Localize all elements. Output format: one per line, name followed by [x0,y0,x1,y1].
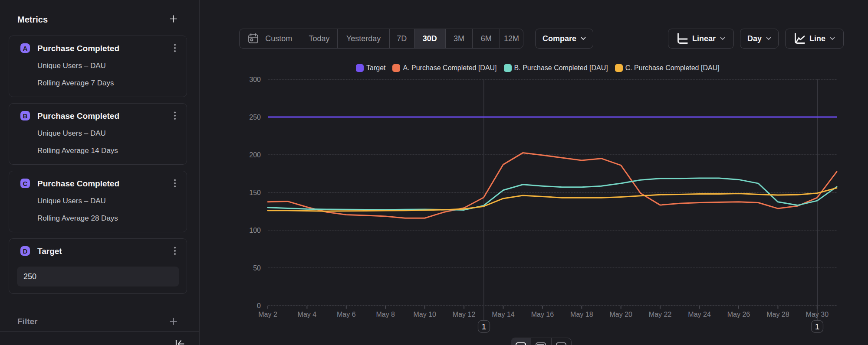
svg-text:250: 250 [249,114,261,121]
svg-text:May 10: May 10 [413,311,436,318]
svg-text:May 8: May 8 [376,311,395,318]
svg-text:May 20: May 20 [609,311,632,318]
svg-text:1: 1 [482,322,487,331]
svg-text:May 2: May 2 [258,311,277,318]
svg-text:200: 200 [249,151,261,159]
svg-text:May 14: May 14 [492,311,515,318]
svg-text:150: 150 [249,189,261,196]
svg-text:May 16: May 16 [531,311,554,318]
svg-text:May 30: May 30 [806,311,829,318]
svg-text:May 18: May 18 [570,311,593,318]
svg-text:50: 50 [253,264,261,272]
svg-text:May 24: May 24 [688,311,711,318]
svg-text:May 28: May 28 [766,311,789,318]
svg-text:May 4: May 4 [298,311,317,318]
svg-text:100: 100 [249,227,261,234]
svg-text:0: 0 [257,302,261,309]
svg-text:1: 1 [815,322,820,331]
svg-text:May 22: May 22 [649,311,672,318]
svg-text:May 26: May 26 [727,311,750,318]
svg-text:May 12: May 12 [453,311,476,318]
svg-text:300: 300 [249,76,261,83]
svg-text:May 6: May 6 [337,311,356,318]
